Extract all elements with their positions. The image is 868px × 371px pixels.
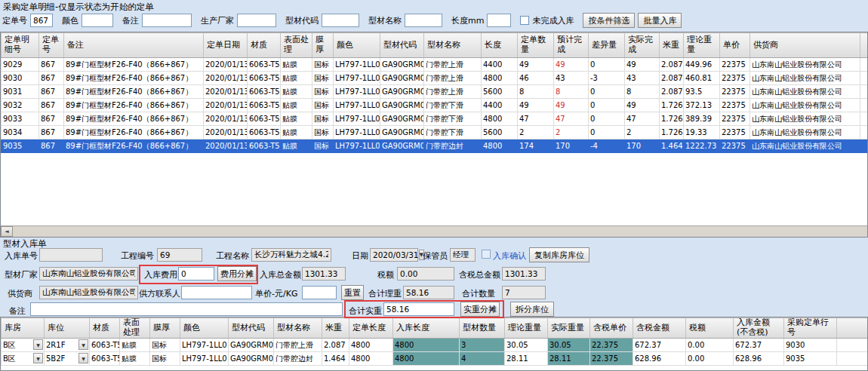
cell[interactable]: 22.375	[590, 352, 633, 366]
cell[interactable]: 867	[39, 99, 64, 112]
unfinished-inbound-checkbox[interactable]	[520, 16, 529, 25]
horizontal-scrollbar[interactable]: ◄	[1, 225, 867, 237]
cell[interactable]: 4	[460, 352, 505, 366]
cell[interactable]: 门带腔上滑	[424, 85, 482, 99]
cell[interactable]: 49	[554, 58, 589, 72]
cell[interactable]: 867	[39, 72, 64, 85]
column-header[interactable]: 长度	[482, 33, 518, 58]
cell[interactable]: LH797-1LL0	[334, 58, 380, 72]
cell[interactable]	[860, 85, 868, 99]
cell[interactable]: 6063-T5	[248, 72, 281, 85]
cell[interactable]: 4800	[349, 339, 393, 352]
cell[interactable]: -4	[589, 140, 625, 153]
cell[interactable]: 山东南山铝业股份有限公司	[750, 140, 860, 153]
cell[interactable]: 6063-T5	[248, 112, 281, 126]
cell[interactable]: 0.00	[686, 352, 734, 366]
cell[interactable]: 28.11	[505, 352, 548, 366]
cell[interactable]: 9033	[2, 112, 39, 126]
cell[interactable]: 国标	[312, 112, 334, 126]
cell[interactable]: 贴膜	[281, 58, 312, 72]
cell[interactable]: 门带腔边封	[274, 352, 322, 366]
cell[interactable]: LH797-1LL0	[180, 339, 229, 352]
column-header[interactable]: 理论重量	[684, 33, 720, 58]
cell[interactable]	[837, 352, 868, 366]
cell[interactable]: 门带腔下滑	[424, 112, 482, 126]
cell[interactable]: 0	[589, 58, 625, 72]
column-header[interactable]: 材质	[90, 318, 120, 339]
cell[interactable]: 1222.73	[684, 140, 720, 153]
column-header[interactable]: 含税单价	[590, 318, 633, 339]
cell[interactable]: 4800	[482, 112, 518, 126]
cell[interactable]: LH797-1LL0	[334, 126, 380, 140]
reset-button[interactable]: 重置	[341, 285, 364, 300]
cell[interactable]: 国标	[312, 72, 334, 85]
column-header[interactable]: 材质	[248, 33, 281, 58]
cell[interactable]: 43	[625, 72, 660, 85]
project-no-input[interactable]	[157, 248, 202, 262]
cell[interactable]	[860, 99, 868, 112]
cell[interactable]: 1.464	[660, 140, 684, 153]
cell[interactable]: 0	[589, 99, 625, 112]
table-row[interactable]: 903386789#门框型材F26-F40（866+867）2020/01/13…	[2, 112, 868, 126]
cell[interactable]: 4800	[349, 352, 393, 366]
cell[interactable]: LH797-1LL0	[180, 352, 229, 366]
cell[interactable]: 22375	[720, 112, 750, 126]
cell[interactable]: 89#门框型材F26-F40（866+867）	[64, 72, 204, 85]
cell[interactable]: GA90GRM05	[229, 352, 274, 366]
table-row[interactable]: 903486789#门框型材F26-F40（866+867）2020/01/13…	[2, 126, 868, 140]
cell[interactable]: 9030	[2, 72, 39, 85]
cell[interactable]: 3	[460, 339, 505, 352]
column-header[interactable]: 入库长度	[393, 318, 460, 339]
table-row[interactable]: 902986789#门框型材F26-F40（866+867）2020/01/13…	[2, 58, 868, 72]
column-header[interactable]: 供货商	[750, 33, 860, 58]
combo-dropdown-icon[interactable]: ▼	[33, 339, 43, 350]
total-qty-input[interactable]	[502, 286, 546, 299]
supplier-contact-input[interactable]	[181, 286, 252, 299]
cell[interactable]: 山东南山铝业股份有限公司	[750, 72, 860, 85]
cell[interactable]: 47	[625, 112, 660, 126]
cell[interactable]: 2020/01/13	[204, 140, 248, 153]
cell[interactable]	[860, 72, 868, 85]
cell[interactable]: 2020/01/13	[204, 99, 248, 112]
cell[interactable]: 22375	[720, 72, 750, 85]
cell[interactable]: 9032	[2, 99, 39, 112]
cell[interactable]: 贴膜	[281, 85, 312, 99]
cell[interactable]: 山东南山铝业股份有限公司	[750, 85, 860, 99]
cell[interactable]: GA90GRM04	[380, 99, 424, 112]
column-header[interactable]: 差异量	[589, 33, 625, 58]
cell[interactable]: 9029	[2, 58, 39, 72]
column-header[interactable]: 型材名称	[274, 318, 322, 339]
color-input[interactable]	[82, 14, 113, 27]
column-header[interactable]: 定单长度	[349, 318, 393, 339]
cell[interactable]: 2	[554, 126, 589, 140]
column-header[interactable]: 采购定单行号	[784, 318, 837, 339]
cell[interactable]: 门带腔上滑	[424, 58, 482, 72]
cell[interactable]: 2.087	[660, 85, 684, 99]
scroll-left-icon[interactable]: ◄	[1, 226, 13, 237]
cell[interactable]: 49	[554, 99, 589, 112]
cell[interactable]: 628.96	[633, 352, 686, 366]
length-input[interactable]	[487, 14, 511, 27]
cell[interactable]	[860, 140, 868, 153]
tax-input[interactable]	[397, 267, 454, 281]
cell[interactable]: GA90GRM03	[380, 72, 424, 85]
cell[interactable]: 国标	[312, 58, 334, 72]
column-header[interactable]: 米重	[322, 318, 349, 339]
cell[interactable]: LH797-1LL0	[334, 72, 380, 85]
column-header[interactable]: 备注	[64, 33, 204, 58]
cell[interactable]	[860, 112, 868, 126]
cell[interactable]: 2.087	[660, 72, 684, 85]
cell[interactable]: 2	[518, 126, 554, 140]
fee-split-button[interactable]: 费用分摊	[217, 266, 257, 281]
cell[interactable]: GA90GRM05	[380, 140, 424, 153]
tax-total-input[interactable]	[502, 267, 546, 281]
cell[interactable]: 4400	[482, 58, 518, 72]
cell[interactable]: LH797-1LL0	[334, 85, 380, 99]
cell[interactable]: 22375	[720, 85, 750, 99]
total-actual-weight-input[interactable]	[383, 302, 454, 316]
cell[interactable]: 6063-T5	[90, 339, 120, 352]
cell[interactable]: 国标	[150, 339, 180, 352]
cell[interactable]: 9034	[2, 126, 39, 140]
column-header[interactable]: 定单明细号	[2, 33, 39, 58]
cell[interactable]	[860, 58, 868, 72]
